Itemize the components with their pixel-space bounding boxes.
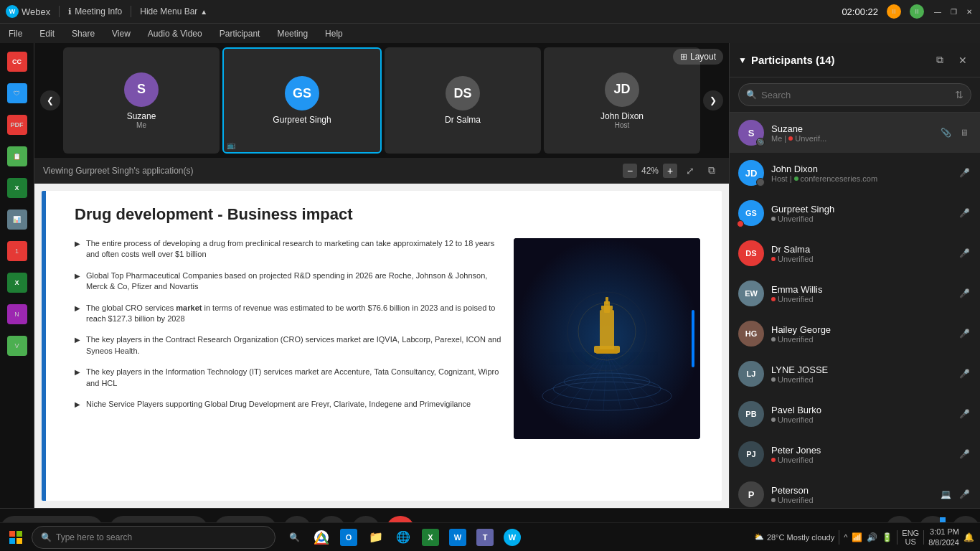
participant-emmawillis[interactable]: EW Emma Willis Unverified 🎤 xyxy=(730,273,980,314)
participant-mic-badge-suzane: 📎 xyxy=(756,138,765,146)
taskbar-chrome[interactable] xyxy=(308,524,334,550)
participant-peterson[interactable]: P Peterson Unverified 💻 🎤 xyxy=(730,474,980,508)
video-tile-suzane[interactable]: S Suzane Me xyxy=(63,47,220,154)
sidebar-data[interactable]: 📊 xyxy=(4,207,30,232)
menu-audio-video[interactable]: Audio & Video xyxy=(145,27,205,40)
tile-subtitle-johndixon: Host xyxy=(615,121,630,129)
participant-name-lynejosse: LYNE JOSSE xyxy=(771,364,950,375)
device-icon-p: 💻 xyxy=(938,487,953,501)
menu-share[interactable]: Share xyxy=(69,27,98,40)
unverified-dot-gs xyxy=(771,217,776,221)
svg-rect-22 xyxy=(17,538,22,544)
scroll-indicator xyxy=(692,310,694,367)
zoom-in-button[interactable]: + xyxy=(663,164,677,178)
taskbar: 🔍 Type here to search 🔍 O 📁 🌐 xyxy=(0,522,980,551)
participant-name-emmawillis: Emma Willis xyxy=(771,284,950,295)
tray-chevron[interactable]: ^ xyxy=(844,533,847,542)
meeting-info-button[interactable]: ℹ Meeting Info xyxy=(68,6,122,17)
video-tile-gurpreet[interactable]: GS Gurpreet Singh 📺 xyxy=(222,47,382,154)
participant-suzane[interactable]: S 📎 Suzane Me | Unverif... 📎 🖥 xyxy=(730,113,980,153)
taskbar-apps: 🔍 O 📁 🌐 X W xyxy=(281,524,525,550)
menu-edit[interactable]: Edit xyxy=(37,27,57,40)
participant-avatar-suzane: S 📎 xyxy=(738,120,764,146)
menu-view[interactable]: View xyxy=(109,27,133,40)
participant-info-drsalma: Dr Salma Unverified xyxy=(771,244,950,263)
participant-pavelburko[interactable]: PB Pavel Burko Unverified 🎤 xyxy=(730,394,980,434)
layout-button[interactable]: ⊞ Layout xyxy=(673,49,723,65)
start-button[interactable] xyxy=(3,524,29,550)
maximize-button[interactable]: ❐ xyxy=(948,6,958,17)
close-panel-button[interactable]: ✕ xyxy=(954,52,971,69)
notification-button[interactable]: 🔔 xyxy=(963,532,974,542)
battery-icon: 🔋 xyxy=(882,532,892,542)
sidebar-nephro[interactable]: N xyxy=(4,301,30,327)
sidebar-excel[interactable]: X xyxy=(4,175,30,201)
search-icon: 🔍 xyxy=(746,90,757,100)
taskbar-outlook[interactable]: O xyxy=(336,524,362,550)
participant-gurpreet[interactable]: GS Gurpreet Singh Unverified 🎤 xyxy=(730,193,980,233)
sidebar-vacciinfo1[interactable]: 📋 xyxy=(4,143,30,169)
taskbar-word[interactable]: W xyxy=(445,524,471,550)
close-button[interactable]: ✕ xyxy=(964,6,974,17)
taskbar-search-placeholder: Type here to search xyxy=(56,532,132,542)
participant-drsalma[interactable]: DS Dr Salma Unverified 🎤 xyxy=(730,233,980,273)
participant-info-suzane: Suzane Me | Unverif... xyxy=(771,123,931,143)
weather-text: 28°C Mostly cloudy xyxy=(767,533,834,542)
taskbar-teams[interactable]: T xyxy=(472,524,498,550)
taskbar-excel[interactable]: X xyxy=(418,524,443,550)
taskbar-edge[interactable]: 🌐 xyxy=(390,524,416,550)
sidebar-cybere[interactable]: 🛡 xyxy=(4,80,30,106)
search-input[interactable] xyxy=(761,90,951,100)
participant-info-peterson: Peterson Unverified xyxy=(771,485,931,504)
participant-lynejosse[interactable]: LJ LYNE JOSSE Unverified 🎤 xyxy=(730,354,980,394)
sidebar-ccleaner[interactable]: CC xyxy=(4,49,30,75)
participant-info-emmawillis: Emma Willis Unverified xyxy=(771,284,950,303)
sort-button[interactable]: ⇅ xyxy=(955,89,963,100)
taskbar-webex[interactable]: W xyxy=(499,524,525,550)
bullet-text-2: Global Top Pharmaceutical Companies base… xyxy=(86,270,502,293)
word-icon: W xyxy=(449,529,466,546)
menu-meeting[interactable]: Meeting xyxy=(274,27,311,40)
mic-muted-icon-ds: 🎤 xyxy=(957,246,971,260)
taskbar-search-box[interactable]: 🔍 Type here to search xyxy=(32,526,275,549)
taskbar-explorer[interactable]: 📁 xyxy=(363,524,389,550)
participant-avatar-johndixon: JD xyxy=(738,160,764,186)
next-nav-button[interactable]: ❯ xyxy=(703,90,723,110)
sidebar-vacci2[interactable]: V xyxy=(4,333,30,359)
taskbar-clock: 3:01 PM 8/8/2024 xyxy=(928,527,959,547)
excel-icon: X xyxy=(422,529,439,546)
video-tile-drsalma[interactable]: DS Dr Salma xyxy=(385,47,541,154)
participant-name-pavelburko: Pavel Burko xyxy=(771,405,950,415)
participant-johndixon[interactable]: JD John Dixon Host | conferenceseries.co… xyxy=(730,153,980,193)
popout-panel-button[interactable]: ⧉ xyxy=(931,52,948,69)
sidebar-1message[interactable]: 1 xyxy=(4,238,30,264)
participant-status-suzane: Me | Unverif... xyxy=(771,134,931,143)
menu-file[interactable]: File xyxy=(6,27,25,40)
fullscreen-button[interactable]: ⤢ xyxy=(682,162,699,179)
sidebar-pdf[interactable]: PDF xyxy=(4,112,30,138)
menu-help[interactable]: Help xyxy=(322,27,346,40)
screen-share-icon: 📺 xyxy=(227,141,235,149)
bullet-text-4: The key players in the Contract Research… xyxy=(86,334,502,357)
taskbar-search-app[interactable]: 🔍 xyxy=(281,524,307,550)
svg-rect-13 xyxy=(596,349,618,354)
menu-participant[interactable]: Participant xyxy=(217,27,263,40)
mic-muted-icon-pj: 🎤 xyxy=(957,447,971,461)
hide-menu-button[interactable]: Hide Menu Bar ▲ xyxy=(140,6,207,17)
zoom-out-button[interactable]: − xyxy=(623,164,637,178)
participant-haileygeorge[interactable]: HG Hailey George Unverified 🎤 xyxy=(730,314,980,354)
bullet-arrow-icon-6: ▶ xyxy=(75,400,80,410)
sidebar-excel2[interactable]: X xyxy=(4,270,30,296)
participant-controls-suzane: 📎 🖥 xyxy=(938,126,971,140)
participant-status-hg: Unverified xyxy=(771,335,950,344)
bullet-arrow-icon-4: ▶ xyxy=(75,335,80,345)
minimize-button[interactable]: — xyxy=(933,6,943,17)
popout-button[interactable]: ⧉ xyxy=(703,162,720,179)
participants-panel: ▼ Participants (14) ⧉ ✕ 🔍 ⇅ S 📎 xyxy=(729,43,980,508)
screen-icon: 🖥 xyxy=(957,126,971,140)
participant-status-pj: Unverified xyxy=(771,456,950,464)
prev-nav-button[interactable]: ❮ xyxy=(40,90,60,110)
participant-peterjones[interactable]: PJ Peter Jones Unverified 🎤 xyxy=(730,434,980,474)
tile-name-gurpreet: Gurpreet Singh xyxy=(273,115,331,125)
edge-icon: 🌐 xyxy=(395,529,412,546)
